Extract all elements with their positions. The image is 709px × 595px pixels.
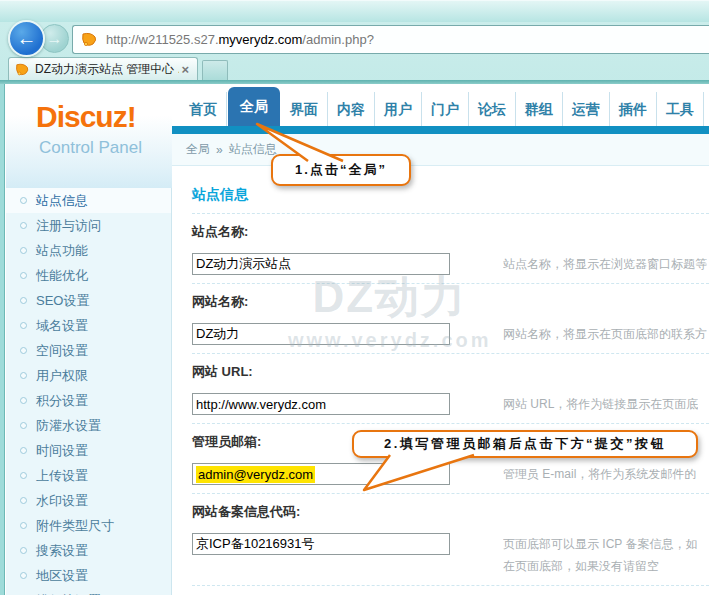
browser-window: ← → http://w211525.s27.myverydz.com/admi… xyxy=(0,0,709,595)
hint-line-1: 页面底部可以显示 ICP 备案信息，如 xyxy=(503,533,697,555)
bullet-icon xyxy=(20,547,27,554)
browser-back-button[interactable]: ← xyxy=(8,20,45,57)
url-text: http://w211525.s27.myverydz.com/admin.ph… xyxy=(106,32,374,47)
field-hint: 站点名称，将显示在浏览器窗口标题等 xyxy=(503,253,707,275)
sidebar-item-user-permissions[interactable]: 用户权限 xyxy=(6,363,171,388)
sidebar-item-credits[interactable]: 积分设置 xyxy=(6,388,171,413)
sidebar-item-site-info[interactable]: 站点信息 xyxy=(6,188,171,213)
sidebar-item-label: SEO设置 xyxy=(36,292,89,310)
field-icp-code: 网站备案信息代码: 京ICP备10216931号 页面底部可以显示 ICP 备案… xyxy=(192,493,709,586)
nav-cloud[interactable]: 云平台 xyxy=(704,92,709,126)
sidebar-item-label: 空间设置 xyxy=(36,342,88,360)
sidebar-item-label: 附件类型尺寸 xyxy=(36,517,114,535)
field-hint: 网站名称，将显示在页面底部的联系方 xyxy=(503,323,707,345)
tab-close-icon[interactable]: × xyxy=(179,62,191,77)
sidebar-item-label: 防灌水设置 xyxy=(36,417,101,435)
browser-tab[interactable]: DZ动力演示站点 管理中心 ... × xyxy=(8,57,198,81)
field-website-url: 网站 URL: http://www.verydz.com 网站 URL，将作为… xyxy=(192,353,709,423)
bullet-icon xyxy=(20,522,27,529)
sidebar-item-antispam[interactable]: 防灌水设置 xyxy=(6,413,171,438)
nav-tools[interactable]: 工具 xyxy=(657,92,704,126)
sidebar-item-label: 时间设置 xyxy=(36,442,88,460)
tab-title: DZ动力演示站点 管理中心 ... xyxy=(35,61,179,78)
sidebar-item-label: 用户权限 xyxy=(36,367,88,385)
field-label: 网站名称: xyxy=(192,293,709,311)
sidebar-item-ranking[interactable]: 排行榜设置 xyxy=(6,588,171,595)
bullet-icon xyxy=(20,397,27,404)
logo-subtitle: Control Panel xyxy=(39,138,172,158)
nav-forum[interactable]: 论坛 xyxy=(469,92,516,126)
field-label: 网站备案信息代码: xyxy=(192,503,709,521)
sidebar-item-site-functions[interactable]: 站点功能 xyxy=(6,238,171,263)
bullet-icon xyxy=(20,497,27,504)
sidebar-item-upload[interactable]: 上传设置 xyxy=(6,463,171,488)
nav-operation[interactable]: 运营 xyxy=(563,92,610,126)
nav-groups[interactable]: 群组 xyxy=(516,92,563,126)
sidebar-item-region[interactable]: 地区设置 xyxy=(6,563,171,588)
bullet-icon xyxy=(20,272,27,279)
sidebar-item-label: 注册与访问 xyxy=(36,217,101,235)
sidebar-item-label: 性能优化 xyxy=(36,267,88,285)
sidebar-item-label: 站点信息 xyxy=(36,192,88,210)
input-value: DZ动力演示站点 xyxy=(196,255,291,273)
field-site-name: 站点名称: DZ动力演示站点 站点名称，将显示在浏览器窗口标题等 xyxy=(192,213,709,283)
nav-content[interactable]: 内容 xyxy=(328,92,375,126)
bullet-icon xyxy=(20,447,27,454)
tab-favicon-icon xyxy=(15,63,30,77)
icp-code-input[interactable]: 京ICP备10216931号 xyxy=(192,533,450,555)
breadcrumb-separator: » xyxy=(216,143,223,157)
bullet-icon xyxy=(20,572,27,579)
sidebar-item-search[interactable]: 搜索设置 xyxy=(6,538,171,563)
nav-global[interactable]: 全局 xyxy=(228,87,280,126)
input-value: DZ动力 xyxy=(196,325,239,343)
bullet-icon xyxy=(20,472,27,479)
breadcrumb-section[interactable]: 全局 xyxy=(186,141,210,158)
sidebar-item-label: 地区设置 xyxy=(36,567,88,585)
bullet-icon xyxy=(20,197,27,204)
annotation-step2: 2.填写管理员邮箱后点击下方“提交”按钮 xyxy=(352,430,698,458)
nav-portal[interactable]: 门户 xyxy=(422,92,469,126)
field-hint: 页面底部可以显示 ICP 备案信息，如 在页面底部，如果没有请留空 xyxy=(503,533,697,577)
sidebar-item-seo[interactable]: SEO设置 xyxy=(6,288,171,313)
new-tab-stub[interactable] xyxy=(202,60,228,81)
bullet-icon xyxy=(20,322,27,329)
bullet-icon xyxy=(20,347,27,354)
sidebar-item-label: 水印设置 xyxy=(36,492,88,510)
sidebar-item-watermark[interactable]: 水印设置 xyxy=(6,488,171,513)
field-hint: 管理员 E-mail，将作为系统发邮件的 xyxy=(503,463,696,485)
sidebar-item-label: 搜索设置 xyxy=(36,542,88,560)
sidebar-item-register-access[interactable]: 注册与访问 xyxy=(6,213,171,238)
sidebar-item-performance[interactable]: 性能优化 xyxy=(6,263,171,288)
admin-email-input[interactable]: admin@verydz.com xyxy=(192,463,450,485)
discuz-logo: Discuz! xyxy=(36,100,172,134)
window-left-edge xyxy=(0,84,5,595)
field-hint: 网站 URL，将作为链接显示在页面底 xyxy=(503,393,698,415)
field-label: 站点名称: xyxy=(192,223,709,241)
sidebar-item-label: 站点功能 xyxy=(36,242,88,260)
sidebar-item-domain[interactable]: 域名设置 xyxy=(6,313,171,338)
page-title: 站点信息 xyxy=(192,186,709,204)
form-content: 站点信息 站点名称: DZ动力演示站点 站点名称，将显示在浏览器窗口标题等 网站… xyxy=(172,166,709,586)
sidebar: 站点信息 注册与访问 站点功能 性能优化 SEO设置 域名设置 空间设置 用户权… xyxy=(6,188,172,595)
address-bar[interactable]: http://w211525.s27.myverydz.com/admin.ph… xyxy=(72,25,709,54)
nav-interface[interactable]: 界面 xyxy=(281,92,328,126)
sidebar-item-space[interactable]: 空间设置 xyxy=(6,338,171,363)
bullet-icon xyxy=(20,372,27,379)
field-website-name: 网站名称: DZ动力 网站名称，将显示在页面底部的联系方 xyxy=(192,283,709,353)
site-name-input[interactable]: DZ动力演示站点 xyxy=(192,253,450,275)
sidebar-item-time[interactable]: 时间设置 xyxy=(6,438,171,463)
nav-plugins[interactable]: 插件 xyxy=(610,92,657,126)
sidebar-item-attachment-types[interactable]: 附件类型尺寸 xyxy=(6,513,171,538)
annotation-step1: 1.点击“全局” xyxy=(271,154,411,186)
nav-users[interactable]: 用户 xyxy=(375,92,422,126)
website-url-input[interactable]: http://www.verydz.com xyxy=(192,393,450,415)
website-name-input[interactable]: DZ动力 xyxy=(192,323,450,345)
bullet-icon xyxy=(20,297,27,304)
bullet-icon xyxy=(20,222,27,229)
nav-home[interactable]: 首页 xyxy=(180,92,227,126)
hint-line-2: 在页面底部，如果没有请留空 xyxy=(503,555,697,577)
bullet-icon xyxy=(20,422,27,429)
site-favicon-icon xyxy=(81,32,98,48)
breadcrumb-current: 站点信息 xyxy=(229,141,277,158)
breadcrumb: 全局 » 站点信息 xyxy=(172,134,709,166)
